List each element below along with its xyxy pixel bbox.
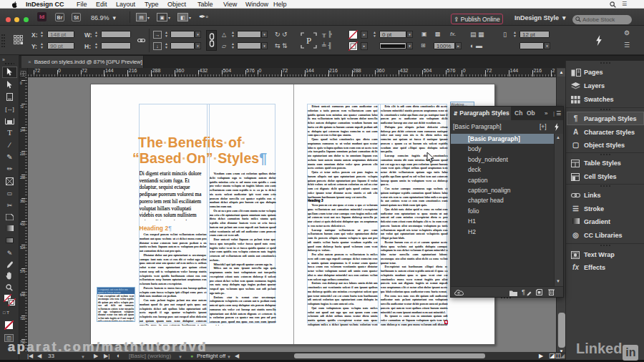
svg-text:P: P	[306, 35, 311, 46]
